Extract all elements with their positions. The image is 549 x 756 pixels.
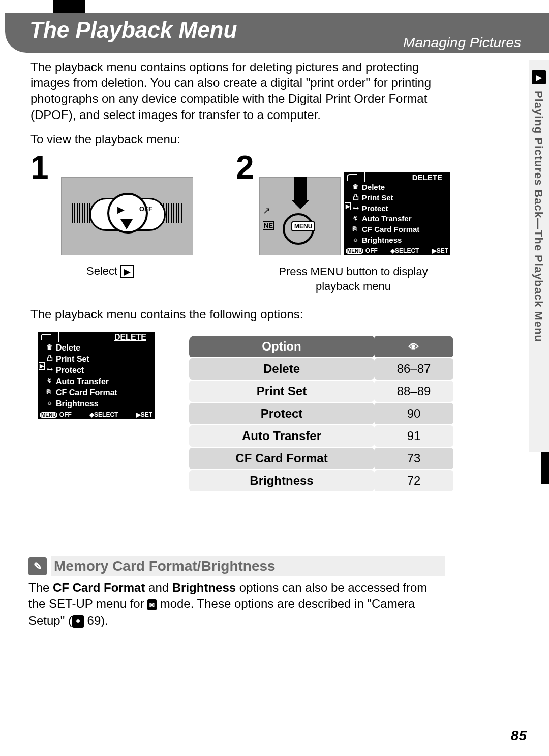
menu-button-label: MENU xyxy=(291,221,315,231)
print-icon: 凸 xyxy=(47,355,53,362)
page-ref-icon: ✦ xyxy=(72,615,84,627)
double-arrow-icon: ↗ xyxy=(263,205,270,216)
mini-menu-title: DELETE xyxy=(38,332,155,342)
page-subtitle: Managing Pictures xyxy=(403,35,521,51)
arrow-down-icon xyxy=(294,177,307,202)
note-icon: ✎ xyxy=(28,557,47,575)
page-reference-icon: 👁 xyxy=(409,341,419,353)
print-icon: 凸 xyxy=(353,194,359,201)
side-thumb-marker xyxy=(541,452,549,484)
step-2-caption: Press MENU button to display playback me… xyxy=(259,265,447,294)
mini-menu-title: DELETE xyxy=(344,172,450,182)
side-tab: ▶ Playing Pictures Back—The Playback Men… xyxy=(529,60,549,452)
mini-menu-item: ⎘CF Card Format xyxy=(344,224,450,235)
arrow-down-icon xyxy=(120,219,133,229)
transfer-icon: ↯ xyxy=(47,377,52,385)
mini-menu-item: ☼Brightness xyxy=(344,235,450,246)
dial-texture-left xyxy=(72,203,92,223)
mini-menu-footer: MENU OFF ◆SELECT ▶SET xyxy=(38,410,155,419)
mini-menu-item: ⊶Protect xyxy=(38,365,155,376)
title-bar: The Playback Menu Managing Pictures xyxy=(5,13,549,53)
mini-menu-item: 🗑Delete xyxy=(38,342,155,354)
playback-icon: ▶ xyxy=(532,70,546,84)
mini-menu-item: ↯Auto Transfer xyxy=(344,214,450,224)
playback-icon: ▶ xyxy=(120,265,134,278)
mini-menu-item: ☼Brightness xyxy=(38,398,155,410)
options-table: Option 👁 Delete86–87 Print Set88–89 Prot… xyxy=(189,335,453,492)
table-row: CF Card Format73 xyxy=(189,448,453,469)
mini-menu-preview-3: DELETE ▶ 🗑Delete 凸Print Set ⊶Protect ↯Au… xyxy=(38,332,155,419)
table-row: Delete86–87 xyxy=(189,358,453,380)
transfer-icon: ↯ xyxy=(353,215,358,222)
table-row: Auto Transfer91 xyxy=(189,425,453,447)
mini-menu-item: 凸Print Set xyxy=(344,193,450,203)
side-tab-label: Playing Pictures Back—The Playback Menu xyxy=(532,91,545,342)
camera-menu-diagram-2: NE ↗ MENU xyxy=(259,177,341,255)
intro-sub: To view the playback menu: xyxy=(30,132,180,147)
mini-menu-item: 凸Print Set xyxy=(38,354,155,365)
menu-corner-icon xyxy=(41,334,51,340)
callout-heading: ✎ Memory Card Format/Brightness xyxy=(28,556,445,576)
step-2-number: 2 xyxy=(236,149,254,186)
ne-label: NE xyxy=(263,221,274,230)
brightness-icon: ☼ xyxy=(47,399,52,407)
callout-box: ✎ Memory Card Format/Brightness The CF C… xyxy=(28,553,445,629)
step-1-number: 1 xyxy=(30,149,49,186)
mini-menu-item: ↯Auto Transfer xyxy=(38,376,155,387)
page-title: The Playback Menu xyxy=(29,17,237,43)
col-option-header: Option xyxy=(189,336,374,357)
intro-paragraph: The playback menu contains options for d… xyxy=(30,59,458,123)
trash-icon: 🗑 xyxy=(47,343,53,351)
page-number: 85 xyxy=(511,728,527,744)
callout-body: The CF Card Format and Brightness option… xyxy=(28,579,445,629)
card-icon: ⎘ xyxy=(47,388,50,396)
mini-menu-item: ⊶Protect xyxy=(344,203,450,214)
mini-menu-preview-2: DELETE ▶ 🗑Delete 凸Print Set ⊶Protect ↯Au… xyxy=(344,172,450,255)
camera-icon: ◙ xyxy=(147,599,157,610)
dial-texture-right xyxy=(163,203,184,223)
mini-menu-footer: MENU OFF ◆SELECT ▶SET xyxy=(344,246,450,255)
top-tab-marker xyxy=(53,0,85,13)
mini-menu-item: 🗑Delete xyxy=(344,182,450,193)
off-label: OFF xyxy=(139,205,152,213)
key-icon: ⊶ xyxy=(47,366,53,373)
playback-mode-icon: ▶ xyxy=(117,204,125,215)
mini-menu-item: ⎘CF Card Format xyxy=(38,387,155,398)
table-row: Protect90 xyxy=(189,403,453,424)
step-1-caption: Select ▶ xyxy=(86,265,134,278)
trash-icon: 🗑 xyxy=(353,183,359,191)
key-icon: ⊶ xyxy=(353,205,359,212)
card-icon: ⎘ xyxy=(353,225,356,233)
menu-corner-icon xyxy=(347,174,357,181)
col-page-header: 👁 xyxy=(374,336,453,357)
options-intro: The playback menu contains the following… xyxy=(30,307,303,322)
table-row: Brightness72 xyxy=(189,470,453,491)
brightness-icon: ☼ xyxy=(353,236,358,244)
camera-dial-diagram-1: ▶ OFF xyxy=(61,177,193,255)
table-row: Print Set88–89 xyxy=(189,381,453,402)
